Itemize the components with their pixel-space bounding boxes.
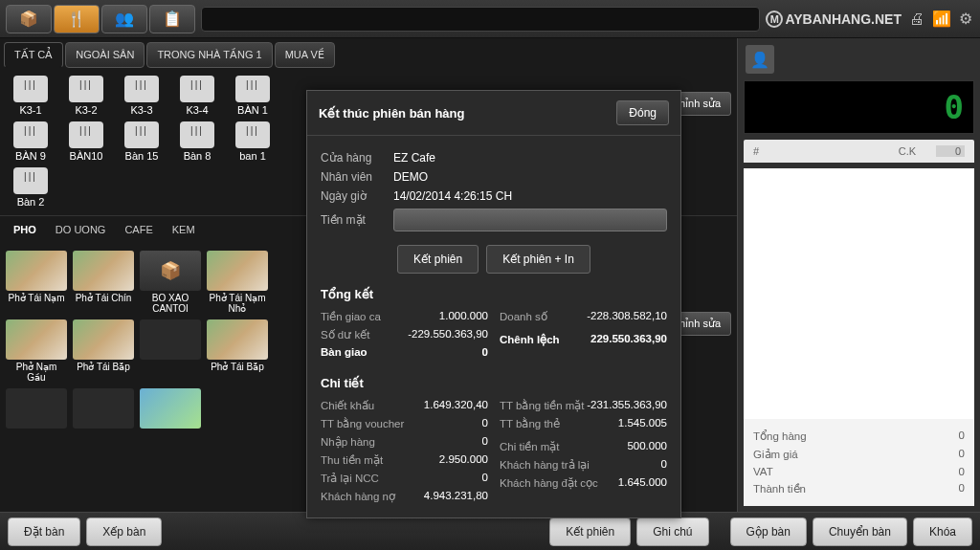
info-row: Ngày giờ14/02/2014 4:26:15 CH: [321, 189, 667, 203]
table-icon: [13, 121, 48, 148]
clipboard-icon-btn[interactable]: 📋: [149, 5, 195, 33]
category-tab[interactable]: CAFE: [124, 224, 152, 235]
lock-button[interactable]: Khóa: [913, 517, 972, 546]
people-icon-btn[interactable]: 👥: [101, 5, 147, 33]
area-tab[interactable]: NGOÀI SÂN: [65, 42, 145, 68]
wifi-icon: 📶: [932, 10, 951, 28]
data-row: Tiền giao ca1.000.000: [321, 310, 488, 323]
area-tab[interactable]: TRONG NHÀ TẦNG 1: [146, 42, 272, 68]
avatar[interactable]: 👤: [746, 45, 774, 74]
restaurant-icon-btn[interactable]: 🍴: [54, 5, 100, 33]
total-row: Giảm giá0: [753, 448, 965, 461]
products-grid: Phở Tái NạmPhở Tái Chín📦BO XAO CANTOIPhở…: [0, 243, 325, 438]
product-item[interactable]: Phở Nạm Gầu: [6, 319, 67, 383]
table-icon: [69, 121, 103, 148]
gear-icon[interactable]: ⚙: [959, 10, 972, 28]
arrange-table-button[interactable]: Xếp bàn: [86, 517, 162, 546]
category-tab[interactable]: PHO: [13, 224, 36, 235]
category-tab[interactable]: DO UONG: [56, 224, 106, 235]
summary-title: Tổng kết: [321, 287, 667, 301]
product-image: [140, 388, 201, 429]
table-icon: [180, 121, 214, 148]
product-image: [207, 251, 268, 291]
product-item[interactable]: Phở Tái Nạm Nhỏ: [207, 251, 268, 314]
move-table-button[interactable]: Chuyển bàn: [813, 517, 907, 546]
tables-grid: K3-1K3-2K3-3K3-4BÀN 1BÀN 9BÀN10Bàn 15Bàn…: [0, 68, 306, 215]
order-panel: 👤 0 #C.K0 Tổng hàng0Giảm giá0VAT0Thành t…: [737, 38, 980, 512]
order-total-display: 0: [744, 80, 974, 134]
table-item[interactable]: BÀN 1: [228, 76, 278, 116]
product-image: [140, 319, 201, 360]
product-image: [73, 388, 134, 429]
product-item[interactable]: Phở Tái Bắp: [73, 319, 134, 383]
table-item[interactable]: K3-2: [61, 76, 111, 116]
data-row: Bàn giao0: [321, 346, 488, 358]
product-item[interactable]: Phở Tái Nạm: [6, 251, 67, 314]
detail-title: Chi tiết: [321, 376, 667, 390]
note-button[interactable]: Ghi chú: [636, 517, 708, 546]
table-item[interactable]: Bàn 15: [117, 121, 167, 162]
info-row: Tiền mặt: [321, 209, 667, 231]
box-icon-btn[interactable]: 📦: [6, 5, 52, 33]
end-session-print-button[interactable]: Kết phiên + In: [486, 245, 590, 274]
total-row: Tổng hàng0: [753, 429, 965, 443]
order-list-header: #C.K0: [744, 140, 974, 163]
cash-input[interactable]: [393, 209, 667, 231]
merge-table-button[interactable]: Gộp bàn: [730, 517, 807, 546]
data-row: Chiết khấu1.649.320,40: [321, 399, 488, 412]
data-row: Khách hàng đặt cọc1.645.000: [500, 476, 667, 490]
product-image: [207, 319, 268, 360]
product-item[interactable]: 📦BO XAO CANTOI: [140, 251, 201, 314]
search-input[interactable]: [201, 7, 760, 32]
end-session-button[interactable]: Kết phiên: [397, 245, 479, 274]
table-item[interactable]: Bàn 8: [172, 121, 222, 162]
table-icon: [235, 76, 270, 102]
total-row: VAT0: [753, 466, 965, 477]
table-item[interactable]: ban 1: [228, 121, 278, 162]
product-image: [6, 251, 67, 291]
table-item[interactable]: K3-3: [117, 76, 167, 116]
info-row: Cửa hàngEZ Cafe: [321, 151, 667, 165]
data-row: TT bằng thẻ1.545.005: [500, 417, 667, 430]
product-item[interactable]: Phở Tái Chín: [73, 251, 134, 314]
table-item[interactable]: K3-1: [6, 76, 56, 116]
order-items-list[interactable]: [744, 168, 974, 419]
data-row: Doanh số-228.308.582,10: [500, 310, 667, 323]
reserve-table-button[interactable]: Đặt bàn: [8, 517, 80, 546]
data-row: TT bằng tiền mặt-231.355.363,90: [500, 399, 667, 412]
table-icon: [13, 76, 48, 102]
table-item[interactable]: BÀN 9: [6, 121, 56, 162]
product-item[interactable]: [73, 388, 134, 430]
brand-logo: MAYBANHANG.NET: [766, 11, 902, 28]
product-item[interactable]: [6, 388, 67, 430]
table-icon: [235, 121, 270, 148]
info-row: Nhân viênDEMO: [321, 170, 667, 184]
area-tab[interactable]: TẤT CẢ: [4, 42, 63, 68]
table-item[interactable]: BÀN10: [61, 121, 111, 162]
topbar: 📦 🍴 👥 📋 MAYBANHANG.NET 🖨 📶 ⚙: [0, 0, 980, 38]
end-session-modal: Kết thúc phiên bán hàng Đóng Cửa hàngEZ …: [306, 90, 681, 518]
printer-icon[interactable]: 🖨: [909, 11, 924, 28]
table-item[interactable]: K3-4: [172, 76, 222, 116]
data-row: TT bằng voucher0: [321, 417, 488, 430]
product-item[interactable]: [140, 319, 201, 383]
order-totals: Tổng hàng0Giảm giá0VAT0Thành tiền0: [744, 419, 974, 506]
end-session-footer-button[interactable]: Kết phiên: [549, 517, 631, 546]
table-item[interactable]: Bàn 2: [6, 167, 56, 208]
area-tab[interactable]: MUA VỀ: [275, 42, 335, 68]
product-image: [73, 319, 134, 360]
table-icon: [13, 167, 48, 194]
data-row: Trả lại NCC0: [321, 472, 488, 485]
close-button[interactable]: Đóng: [616, 100, 669, 125]
product-item[interactable]: Phở Tái Bắp: [207, 319, 268, 383]
data-row: Khách hàng trả lại0: [500, 458, 667, 472]
product-item[interactable]: [140, 388, 201, 430]
area-tabs: TẤT CẢNGOÀI SÂNTRONG NHÀ TẦNG 1MUA VỀ: [0, 38, 737, 68]
product-image: [73, 251, 134, 291]
data-row: Nhập hàng0: [321, 435, 488, 449]
data-row: Thu tiền mặt2.950.000: [321, 453, 488, 467]
total-row: Thành tiền0: [753, 482, 965, 495]
table-icon: [124, 76, 159, 102]
category-tab[interactable]: KEM: [172, 224, 195, 235]
product-image: [6, 388, 67, 429]
